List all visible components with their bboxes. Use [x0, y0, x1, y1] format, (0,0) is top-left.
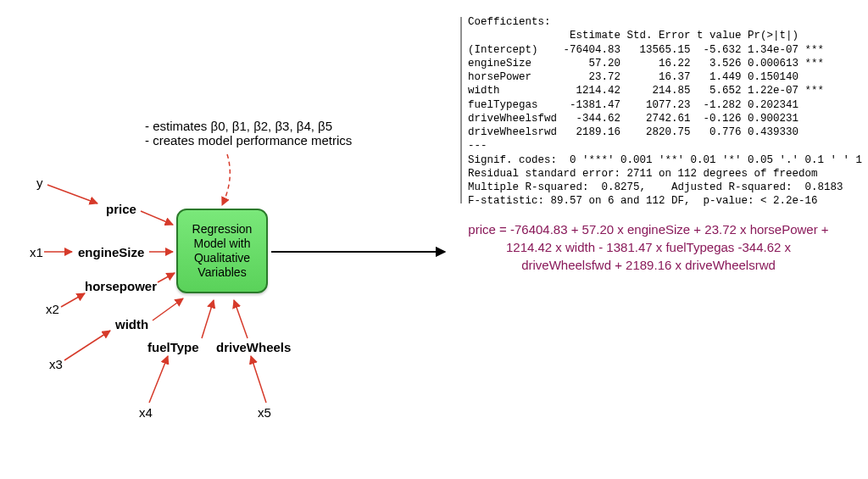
coef-row-1: engineSize 57.20 16.22 3.526 0.000613 **… [468, 58, 824, 70]
arrow-notes [222, 154, 230, 205]
coef-row-5: driveWheelsfwd -344.62 2742.61 -0.126 0.… [468, 113, 798, 125]
equation-line-2: 1214.42 x width - 1381.47 x fuelTypegas … [453, 238, 843, 256]
coef-row-0: (Intercept) -76404.83 13565.15 -5.632 1.… [468, 44, 824, 56]
coef-fstat: F-statistic: 89.57 on 6 and 112 DF, p-va… [468, 195, 818, 207]
coef-resid: Residual standard error: 2711 on 112 deg… [468, 168, 818, 180]
arrow-price [141, 211, 173, 225]
equation-line-3: driveWheelsfwd + 2189.16 x driveWheelsrw… [453, 256, 843, 274]
coef-row-6: driveWheelsrwd 2189.16 2820.75 0.776 0.4… [468, 126, 798, 138]
arrow-width [153, 298, 183, 320]
arrow-y [47, 185, 97, 203]
coef-row-4: fuelTypegas -1381.47 1077.23 -1.282 0.20… [468, 99, 798, 111]
arrow-x3 [64, 331, 110, 360]
coef-sep: --- [468, 140, 487, 152]
arrow-x5 [251, 356, 266, 403]
arrow-x2 [61, 293, 85, 307]
equation-line-1: price = -76404.83 + 57.20 x engineSize +… [453, 220, 843, 238]
coef-header: Estimate Std. Error t value Pr(>|t|) [468, 30, 798, 42]
arrow-fueltype [202, 300, 214, 338]
coef-r2: Multiple R-squared: 0.8275, Adjusted R-s… [468, 181, 843, 193]
arrow-x4 [149, 356, 168, 403]
coef-signif: Signif. codes: 0 '***' 0.001 '**' 0.01 '… [468, 154, 862, 166]
regression-equation: price = -76404.83 + 57.20 x engineSize +… [453, 220, 843, 274]
lm-output: Coefficients: Estimate Std. Error t valu… [468, 15, 862, 209]
arrow-drivewheels [234, 300, 248, 338]
coef-row-2: horsePower 23.72 16.37 1.449 0.150140 [468, 71, 798, 83]
arrow-hp [158, 273, 175, 282]
coef-title: Coefficients: [468, 16, 551, 28]
coef-row-3: width 1214.42 214.85 5.652 1.22e-07 *** [468, 85, 824, 97]
